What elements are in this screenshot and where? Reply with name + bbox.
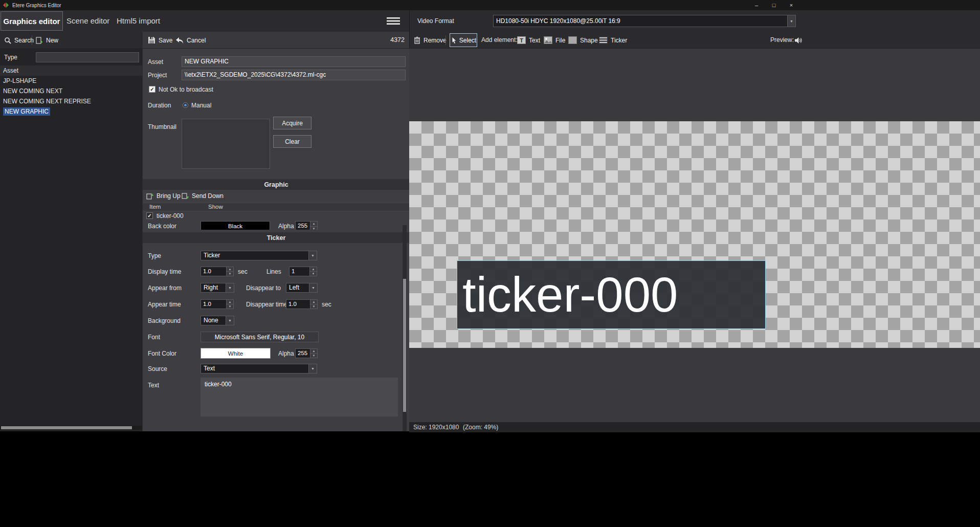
ticker-section-header: Ticker xyxy=(143,232,410,243)
minimize-button[interactable]: – xyxy=(748,0,765,10)
cancel-button[interactable]: Cancel xyxy=(175,32,206,49)
speaker-icon[interactable] xyxy=(794,37,803,46)
chevron-down-icon[interactable]: ▼ xyxy=(308,251,317,260)
background-select[interactable]: None ▼ xyxy=(201,316,234,325)
window-controls: – □ × xyxy=(748,0,800,10)
spinner-up-icon[interactable]: ▲ xyxy=(310,300,317,304)
add-ticker-button[interactable]: Ticker xyxy=(599,32,627,49)
search-label: Search xyxy=(14,37,34,44)
toolbar-divider xyxy=(32,35,32,45)
maximize-button[interactable]: □ xyxy=(765,0,783,10)
remove-button[interactable]: Remove xyxy=(414,32,447,49)
display-time-spinner[interactable]: 1.0 ▲▼ xyxy=(201,267,234,276)
trash-icon xyxy=(414,36,420,44)
cursor-icon xyxy=(451,37,457,44)
bring-up-button[interactable]: Bring Up xyxy=(146,190,181,202)
list-item-asset[interactable]: Asset xyxy=(0,65,142,76)
appear-time-spinner[interactable]: 1.0 ▲▼ xyxy=(201,299,234,309)
list-item-jp-lshape[interactable]: JP-LSHAPE xyxy=(0,76,142,86)
font-color-swatch[interactable]: White xyxy=(201,348,271,359)
font-button[interactable]: Microsoft Sans Serif, Regular, 10 xyxy=(201,332,319,342)
asset-input[interactable]: NEW GRAPHIC xyxy=(182,56,406,67)
menu-icon[interactable] xyxy=(387,17,400,27)
sidebar-horizontal-scrollbar[interactable] xyxy=(0,426,142,430)
video-format-select[interactable]: HD1080-50i HDYC 1920x1080@25.00iT 16:9 ▼ xyxy=(493,15,796,27)
disappear-to-select[interactable]: Left ▼ xyxy=(286,283,318,293)
add-file-button[interactable]: File xyxy=(544,32,565,49)
font-alpha-spinner[interactable]: 255 ▲▼ xyxy=(295,348,318,358)
list-item-new-coming-next[interactable]: NEW COMING NEXT xyxy=(0,86,142,96)
type-label: Type xyxy=(4,52,17,62)
lines-value: 1 xyxy=(289,267,309,276)
thumbnail-preview-box xyxy=(182,119,270,169)
acquire-button[interactable]: Acquire xyxy=(273,117,311,129)
ticker-type-select[interactable]: Ticker ▼ xyxy=(201,251,317,260)
project-input[interactable]: \\etx2\ETX2_SGDEMO_2025\CG\4372\4372.ml-… xyxy=(182,70,406,80)
canvas-statusbar: Size: 1920x1080 (Zoom: 49%) xyxy=(409,422,980,432)
save-button[interactable]: Save xyxy=(148,32,172,49)
list-item-new-coming-next-reprise[interactable]: NEW COMING NEXT REPRISE xyxy=(0,96,142,106)
spinner-buttons[interactable]: ▲▼ xyxy=(226,300,233,309)
toolbar-divider xyxy=(446,35,446,45)
spinner-up-icon[interactable]: ▲ xyxy=(227,300,233,304)
lines-spinner[interactable]: 1 ▲▼ xyxy=(289,267,317,276)
new-button[interactable]: New xyxy=(36,32,58,49)
ticker-element[interactable]: ticker-000 xyxy=(457,260,766,329)
back-alpha-spinner[interactable]: 255 ▲▼ xyxy=(295,221,318,230)
spinner-up-icon[interactable]: ▲ xyxy=(310,267,317,272)
ticker-element-text: ticker-000 xyxy=(457,267,678,323)
chevron-down-icon[interactable]: ▼ xyxy=(226,283,234,292)
back-color-swatch[interactable]: Black xyxy=(201,221,270,230)
show-checkbox[interactable]: ✓ xyxy=(146,212,153,219)
spinner-down-icon[interactable]: ▼ xyxy=(310,354,317,358)
tab-scene-editor[interactable]: Scene editor xyxy=(66,10,109,32)
chevron-down-icon[interactable]: ▼ xyxy=(787,15,795,27)
appear-from-value: Right xyxy=(201,283,226,292)
send-down-button[interactable]: Send Down xyxy=(182,190,224,202)
spinner-buttons[interactable]: ▲▼ xyxy=(310,222,317,230)
spinner-down-icon[interactable]: ▼ xyxy=(310,272,317,276)
search-button[interactable]: Search xyxy=(4,32,34,49)
manual-radio[interactable] xyxy=(183,102,188,108)
ticker-text-input[interactable]: ticker-000 xyxy=(201,378,398,416)
tab-graphics-editor[interactable]: Graphics editor xyxy=(1,11,63,31)
spinner-buttons[interactable]: ▲▼ xyxy=(226,267,233,276)
spinner-down-icon[interactable]: ▼ xyxy=(310,227,317,230)
close-button[interactable]: × xyxy=(783,0,800,10)
back-color-value: Black xyxy=(228,223,242,229)
type-filter-input[interactable] xyxy=(36,52,139,62)
spinner-up-icon[interactable]: ▲ xyxy=(310,222,317,227)
clear-button[interactable]: Clear xyxy=(273,135,311,148)
canvas-viewport[interactable]: ticker-000 xyxy=(409,49,980,422)
display-time-value: 1.0 xyxy=(201,267,226,276)
check-icon: ✓ xyxy=(147,213,151,218)
canvas-artboard[interactable]: ticker-000 xyxy=(409,121,980,348)
not-ok-label: Not Ok to broadcast xyxy=(159,84,213,95)
list-item-new-graphic-selected[interactable]: NEW GRAPHIC xyxy=(0,106,142,117)
chevron-down-icon[interactable]: ▼ xyxy=(309,283,317,292)
editor-vertical-scrollbar[interactable] xyxy=(403,225,407,431)
tab-html5-import[interactable]: Html5 import xyxy=(117,10,160,32)
send-down-icon xyxy=(182,193,189,200)
not-ok-checkbox[interactable]: ✓ xyxy=(149,86,155,93)
spinner-down-icon[interactable]: ▼ xyxy=(310,304,317,309)
source-select[interactable]: Text ▼ xyxy=(201,364,317,374)
scrollbar-thumb[interactable] xyxy=(403,279,406,412)
spinner-up-icon[interactable]: ▲ xyxy=(310,349,317,354)
spinner-buttons[interactable]: ▲▼ xyxy=(309,267,317,276)
disappear-time-spinner[interactable]: 1.0 ▲▼ xyxy=(286,299,318,309)
add-shape-button[interactable]: Shape xyxy=(568,32,598,49)
font-label: Font xyxy=(148,332,160,342)
chevron-down-icon[interactable]: ▼ xyxy=(308,364,317,373)
spinner-buttons[interactable]: ▲▼ xyxy=(310,300,317,309)
appear-from-select[interactable]: Right ▼ xyxy=(201,283,234,293)
spinner-up-icon[interactable]: ▲ xyxy=(227,267,233,272)
scrollbar-thumb[interactable] xyxy=(1,426,132,429)
spinner-down-icon[interactable]: ▼ xyxy=(227,304,233,309)
spinner-down-icon[interactable]: ▼ xyxy=(227,272,233,276)
spinner-buttons[interactable]: ▲▼ xyxy=(310,349,317,358)
graphic-item-row[interactable]: ✓ ticker-000 xyxy=(143,211,410,221)
select-tool-button[interactable]: Select xyxy=(450,33,477,47)
chevron-down-icon[interactable]: ▼ xyxy=(226,316,234,325)
add-text-button[interactable]: T Text xyxy=(517,32,540,49)
